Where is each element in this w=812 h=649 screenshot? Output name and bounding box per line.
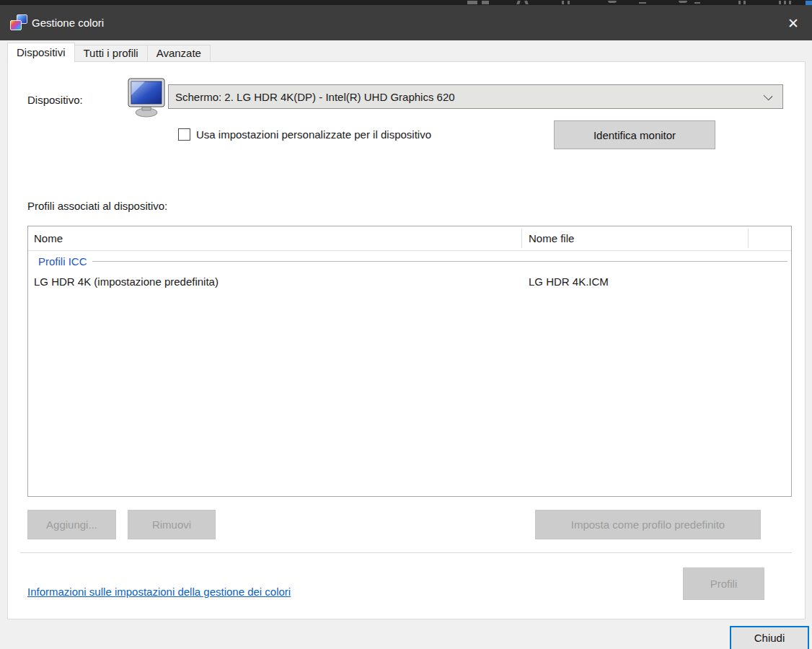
use-custom-settings-checkbox[interactable] — [178, 128, 190, 141]
background-icon-fragment — [639, 2, 646, 4]
listview-header: Nome Nome file — [28, 226, 791, 251]
column-divider[interactable] — [521, 229, 522, 248]
remove-button[interactable]: Rimuovi — [128, 510, 216, 539]
background-icon-fragment — [738, 1, 741, 4]
device-select-value: Schermo: 2. LG HDR 4K(DP) - Intel(R) UHD… — [175, 91, 455, 103]
add-button[interactable]: Aggiungi... — [27, 510, 116, 539]
close-icon: ✕ — [787, 15, 799, 31]
group-label: Profili ICC — [38, 255, 87, 268]
background-icon-fragment — [568, 1, 570, 4]
device-select[interactable]: Schermo: 2. LG HDR 4K(DP) - Intel(R) UHD… — [168, 84, 783, 109]
background-icon-fragment — [694, 2, 700, 4]
background-app-strip — [0, 0, 812, 5]
chevron-down-icon — [764, 92, 773, 101]
horizontal-separator — [20, 552, 792, 553]
monitor-icon — [125, 78, 168, 118]
profiles-listview[interactable]: Nome Nome file Profili ICC LG HDR 4K (im… — [27, 226, 792, 497]
background-icon-fragment — [784, 1, 786, 4]
profiles-button[interactable]: Profili — [683, 568, 764, 600]
use-custom-settings-label: Usa impostazioni personalizzate per il d… — [196, 128, 431, 141]
device-label: Dispositivo: — [27, 94, 83, 106]
tab-tutti-i-profili[interactable]: Tutti i profili — [74, 45, 148, 61]
profile-filename: LG HDR 4K.ICM — [529, 275, 609, 288]
background-icon-fragment — [562, 1, 564, 4]
column-header-nome[interactable]: Nome — [34, 226, 63, 250]
background-icon-fragment — [679, 1, 687, 3]
set-default-profile-button[interactable]: Imposta come profilo predefinito — [535, 510, 761, 539]
column-header-nome-file[interactable]: Nome file — [529, 226, 574, 250]
background-icon-fragment — [524, 1, 529, 4]
background-icon-fragment — [779, 1, 781, 4]
close-window-button[interactable]: ✕ — [776, 5, 811, 40]
tab-dispositivi[interactable]: Dispositivi — [7, 43, 75, 62]
profile-row[interactable]: LG HDR 4K (impostazione predefinita) LG … — [28, 274, 791, 291]
profile-name: LG HDR 4K (impostazione predefinita) — [34, 275, 219, 288]
associated-profiles-label: Profili associati al dispositivo: — [27, 200, 167, 212]
identify-monitor-button[interactable]: Identifica monitor — [554, 120, 715, 149]
titlebar: Gestione colori ✕ — [0, 5, 812, 40]
icc-profiles-group-header: Profili ICC — [28, 255, 791, 268]
background-icon-fragment — [743, 1, 746, 4]
background-icon-fragment — [467, 1, 477, 4]
color-management-info-link[interactable]: Informazioni sulle impostazioni della ge… — [27, 586, 291, 598]
background-icon-fragment — [482, 1, 489, 4]
devices-tab-page: Dispositivo: Schermo: 2. LG HDR 4K(DP) -… — [7, 61, 806, 619]
column-divider[interactable] — [748, 229, 749, 248]
tab-bar: Dispositivi Tutti i profili Avanzate — [7, 43, 211, 62]
close-dialog-button[interactable]: Chiudi — [730, 626, 809, 649]
color-management-app-icon — [10, 14, 27, 32]
icon-front-square — [10, 20, 22, 30]
tab-avanzate[interactable]: Avanzate — [147, 45, 211, 61]
window-title: Gestione colori — [32, 5, 104, 40]
group-divider-line — [92, 261, 787, 262]
background-icon-fragment — [608, 1, 617, 3]
background-icon-fragment — [516, 1, 521, 4]
background-icon-fragment — [789, 1, 791, 4]
